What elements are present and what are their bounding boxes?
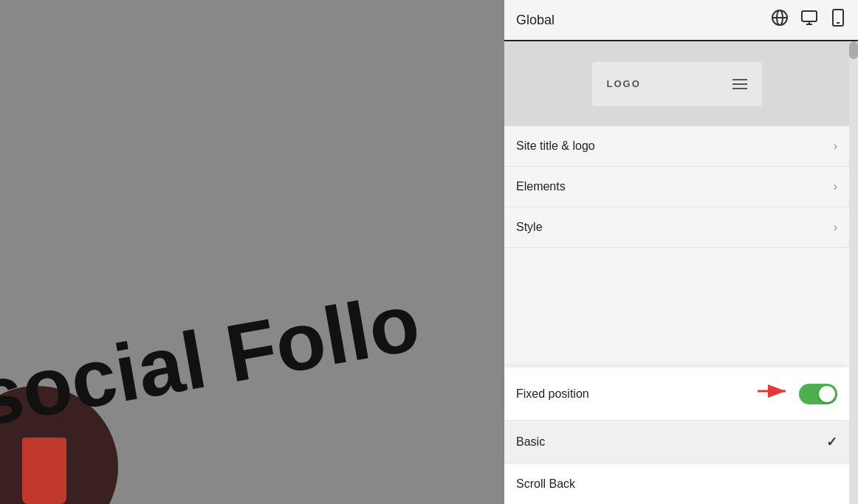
scrollbar-track[interactable]	[849, 41, 858, 504]
sub-options: Basic ✓ Scroll Back	[504, 420, 849, 504]
globe-icon[interactable]	[771, 9, 789, 31]
preview-area: social Follo	[0, 0, 504, 504]
monitor-icon[interactable]	[800, 9, 818, 31]
hamburger-line	[732, 79, 747, 80]
mobile-icon[interactable]	[830, 9, 846, 31]
sub-option-scroll-back-label: Scroll Back	[516, 477, 575, 491]
fixed-position-toggle[interactable]	[799, 384, 837, 404]
mock-nav: LOGO	[592, 62, 762, 106]
mock-logo-text: LOGO	[607, 78, 641, 89]
menu-item-elements[interactable]: Elements ›	[504, 167, 849, 207]
chevron-right-icon: ›	[834, 221, 837, 234]
mock-hamburger-icon	[732, 79, 747, 89]
toggle-knob	[819, 386, 835, 402]
sub-option-basic[interactable]: Basic ✓	[504, 420, 849, 463]
scrollbar-thumb[interactable]	[849, 41, 858, 59]
preview-text: social Follo	[0, 275, 426, 444]
sub-option-basic-label: Basic	[516, 435, 545, 449]
menu-item-site-title[interactable]: Site title & logo ›	[504, 126, 849, 167]
panel-title: Global	[516, 13, 555, 28]
chevron-right-icon: ›	[834, 180, 837, 193]
svg-rect-3	[802, 11, 817, 21]
checkmark-icon: ✓	[826, 434, 837, 450]
fixed-position-section: Fixed position	[504, 367, 849, 420]
hamburger-line	[732, 83, 747, 85]
panel-header: Global	[504, 0, 858, 41]
chevron-right-icon: ›	[834, 139, 837, 153]
header-icons	[771, 9, 846, 31]
fixed-position-row: Fixed position	[504, 367, 849, 420]
sub-option-scroll-back[interactable]: Scroll Back	[504, 463, 849, 504]
fixed-position-label: Fixed position	[516, 387, 589, 401]
menu-item-site-title-label: Site title & logo	[516, 139, 595, 153]
mock-header-area: LOGO	[504, 41, 849, 126]
red-arrow-icon	[756, 381, 793, 407]
menu-item-style[interactable]: Style ›	[504, 207, 849, 248]
menu-items: Site title & logo › Elements › Style ›	[504, 126, 849, 367]
menu-item-style-label: Style	[516, 221, 543, 234]
toggle-area	[756, 381, 837, 407]
preview-cup	[22, 438, 66, 504]
menu-item-elements-label: Elements	[516, 180, 566, 193]
right-panel: Global	[504, 0, 858, 504]
hamburger-line	[732, 88, 747, 89]
